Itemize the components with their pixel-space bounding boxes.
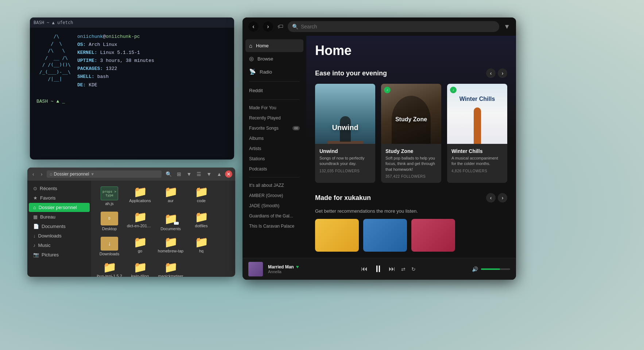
music-card-studyzone-cover: ♪ Study Zone [381, 84, 441, 144]
file-item-go[interactable]: 📁 go [125, 235, 155, 258]
music-playlist-jazz[interactable]: It's all about JAZZ [243, 180, 306, 190]
player-heart-icon[interactable]: ♥ [296, 264, 299, 270]
music-forward-button[interactable]: › [263, 21, 273, 32]
file-item-kwin[interactable]: 📁 kwin-tiling [125, 260, 155, 277]
desktop-name: Desktop [102, 227, 117, 231]
fm-sidebar-home-label: Dossier personnel [39, 205, 77, 210]
music-section1-next[interactable]: › [498, 68, 507, 78]
music-topbar: ‹ › 🏷 🔍 ▼ [243, 17, 516, 36]
player-repeat-button[interactable]: ↻ [411, 266, 416, 272]
player-track-artist: Annella [268, 270, 304, 274]
unwind-desc: Songs of now to perfectly soundtrack you… [319, 156, 371, 167]
music-back-button[interactable]: ‹ [248, 21, 259, 32]
fm-sidebar-item-recent[interactable]: ⊙ Récents [29, 184, 90, 193]
music-mini-card-1[interactable] [315, 219, 359, 252]
music-card-studyzone[interactable]: ♪ Study Zone Study Zone Soft pop ballads… [381, 84, 441, 183]
file-item-documents[interactable]: 📁 📄 Documents [156, 209, 185, 233]
fm-search-button[interactable]: 🔍 [164, 170, 174, 178]
home-nav-icon: ⌂ [249, 43, 252, 49]
fm-sidebar-item-home[interactable]: ⌂ Dossier personnel [29, 203, 90, 212]
documents-name: Documents [160, 227, 181, 231]
fm-sidebar-item-favorites[interactable]: ★ Favoris [29, 193, 90, 202]
music-playlist-jade[interactable]: JADE (Smooth) [243, 201, 306, 211]
music-playlist-podcasts[interactable]: Podcasts [243, 164, 306, 174]
unwind-scene: Unwind [315, 84, 375, 144]
music-nav-radio[interactable]: 📡 Radio [243, 65, 306, 78]
player-prev-button[interactable]: ⏮ [361, 265, 368, 273]
fm-view-toggle[interactable]: ▼ [185, 170, 193, 178]
file-item-homebrew[interactable]: 📁 homebrew-tap [156, 235, 185, 258]
player-shuffle-button[interactable]: ⇄ [401, 266, 406, 272]
downloads-icon: ↓ [33, 233, 36, 239]
dotfiles-folder-icon: 📁 [195, 212, 208, 223]
fm-sidebar-favorites-label: Favoris [40, 195, 56, 201]
player-next-button[interactable]: ⏭ [389, 265, 395, 273]
music-card-unwind[interactable]: Unwind Unwind Songs of now to perfectly … [315, 84, 375, 183]
file-item-ahjs[interactable]: props >type ah.js [95, 184, 124, 208]
music-section2-prev[interactable]: ‹ [486, 193, 496, 202]
favorite-songs-badge: 00 [292, 126, 300, 130]
aur-name: aur [168, 198, 174, 203]
fm-collapse-button[interactable]: ▲ [215, 170, 224, 178]
fm-sidebar-item-downloads[interactable]: ↓ Downloads [29, 231, 90, 240]
music-mini-card-3[interactable] [411, 219, 455, 252]
music-card-unwind-cover: Unwind [315, 84, 375, 144]
music-nav-reddit[interactable]: Reddit [243, 84, 306, 97]
music-playlist-made-for-you[interactable]: Made For You [243, 103, 306, 113]
music-section2-next[interactable]: › [498, 193, 507, 202]
terminal-titlebar: BASH ~ ▲ ufetch [30, 17, 234, 28]
music-section1-prev[interactable]: ‹ [486, 68, 496, 78]
studyzone-followers: 357,422 FOLLOWERS [385, 174, 437, 178]
term-username: oniichunk [77, 34, 103, 39]
file-item-hq[interactable]: 📁 hq [187, 235, 216, 258]
fm-sidebar-item-music[interactable]: ♪ Music [29, 241, 90, 250]
music-nav-browse[interactable]: ◎ Browse [243, 52, 306, 65]
music-playlist-albums[interactable]: Albums [243, 133, 306, 143]
artists-label: Artists [249, 146, 261, 151]
fm-sidebar-pictures-label: Pictures [42, 252, 59, 257]
file-item-code[interactable]: 📁 code [187, 184, 216, 208]
music-window-chevron[interactable]: ▼ [504, 23, 510, 31]
player-pause-button[interactable]: ⏸ [373, 263, 383, 275]
music-playlist-stations[interactable]: Stations [243, 154, 306, 164]
file-item-magick[interactable]: 📁 magickmeteer [156, 260, 185, 277]
file-item-aur[interactable]: 📁 aur [156, 184, 185, 208]
file-item-downloads[interactable]: ↓ Downloads [95, 235, 124, 258]
music-window: ‹ › 🏷 🔍 ▼ ⌂ Home ◎ Browse 📡 Radio [243, 17, 516, 280]
fm-sidebar-desktop-label: Bureau [40, 214, 55, 220]
fm-forward-button[interactable]: › [39, 170, 45, 178]
music-playlist-artists[interactable]: Artists [243, 143, 306, 154]
fm-sidebar-item-desktop[interactable]: ▦ Bureau [29, 212, 90, 221]
dict-name: dict-en-20190501b [127, 224, 153, 228]
fm-back-button[interactable]: ‹ [30, 170, 36, 178]
fm-view-button[interactable]: ⊞ [175, 170, 183, 178]
fm-sort-button[interactable]: ▼ [205, 170, 213, 178]
music-mini-card-2[interactable] [363, 219, 407, 252]
file-item-dotfiles[interactable]: 📁 dotfiles [187, 209, 216, 233]
music-playlist-favorite-songs[interactable]: Favorite Songs 00 [243, 123, 306, 133]
fm-close-button[interactable]: ✕ [225, 170, 232, 178]
music-card-winterchills[interactable]: ♪ Winter Chills Winter Chills A musical … [447, 84, 507, 183]
file-item-ibus[interactable]: 📁 ibus-teni-1.5.2 [95, 260, 124, 277]
music-nav-home[interactable]: ⌂ Home [245, 39, 303, 52]
music-playlist-recently-played[interactable]: Recently Played [243, 113, 306, 123]
fm-sidebar-music-label: Music [38, 243, 51, 248]
player-controls: ⏮ ⏸ ⏭ ⇄ ↻ [310, 263, 467, 275]
home-icon: ⌂ [33, 205, 36, 210]
volume-bar[interactable] [481, 268, 510, 270]
term-hostname: oniichunk-pc [106, 34, 140, 39]
fm-menu-button[interactable]: ☰ [195, 170, 203, 178]
music-playlist-amber[interactable]: AMBER (Groove) [243, 190, 306, 201]
music-playlist-caravan[interactable]: This Is Caravan Palace [243, 221, 306, 231]
fm-sidebar-item-pictures[interactable]: 📷 Pictures [29, 250, 90, 259]
file-item-desktop[interactable]: D Desktop [95, 209, 124, 233]
fm-sidebar: ⊙ Récents ★ Favoris ⌂ Dossier personnel … [27, 181, 91, 277]
music-search-input[interactable] [288, 21, 499, 32]
albums-label: Albums [249, 136, 264, 141]
music-section1-header: Ease into your evening ‹ › [315, 68, 507, 78]
music-playlist-guardians[interactable]: Guardians of the Gal... [243, 211, 306, 221]
file-item-applications[interactable]: 📁 Applications [125, 184, 155, 208]
fm-sidebar-recent-label: Récents [40, 186, 57, 191]
fm-sidebar-item-documents[interactable]: 📄 Documents [29, 222, 90, 231]
file-item-dict[interactable]: 📁 dict-en-20190501b [125, 209, 155, 233]
